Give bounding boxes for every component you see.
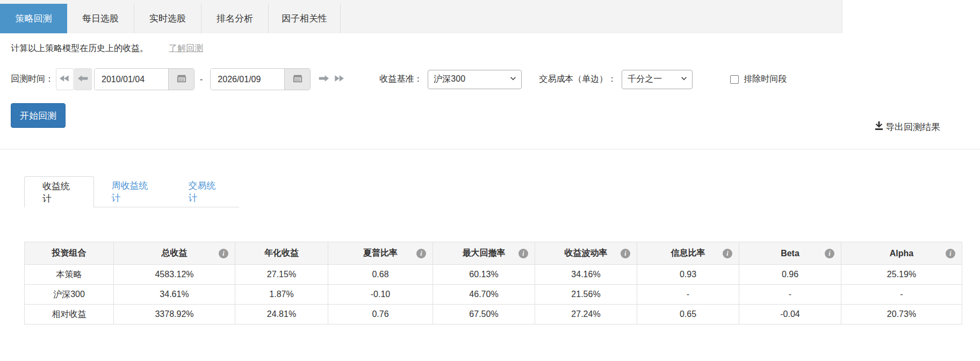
exclude-period-label: 排除时间段 (744, 74, 787, 85)
cost-label: 交易成本（单边）： (539, 74, 616, 85)
stats-header-label: Beta (781, 249, 799, 258)
stats-header-cell: 年化收益 (235, 242, 328, 265)
result-tab-1[interactable]: 周收益统计 (94, 176, 171, 207)
stats-header-cell: 信息比率i (637, 242, 739, 265)
end-date-input[interactable]: 2026/01/09 (211, 69, 284, 90)
result-tab-2[interactable]: 交易统计 (170, 176, 239, 207)
backtest-controls-row: 回测时间： 2010/01/04 - 2026/01/09 (11, 68, 787, 90)
download-icon (874, 120, 885, 134)
table-cell: 27.24% (535, 305, 637, 324)
run-backtest-button[interactable]: 开始回测 (11, 103, 66, 128)
backtest-time-label: 回测时间： (11, 74, 54, 85)
end-date-group: 2026/01/09 (210, 68, 311, 90)
main-tabbar: 策略回测每日选股实时选股排名分析因子相关性 (0, 0, 842, 33)
table-cell: - (637, 285, 739, 305)
benchmark-select[interactable]: 沪深300 (428, 70, 522, 89)
main-tab-0[interactable]: 策略回测 (0, 4, 67, 33)
table-cell: 0.65 (637, 305, 739, 324)
chevron-down-icon (680, 75, 688, 84)
start-date-calendar-button[interactable] (168, 69, 194, 90)
stats-header-label: 最大回撤率 (463, 248, 506, 257)
table-cell: -0.10 (328, 285, 433, 305)
stats-header-label: Alpha (890, 249, 913, 258)
result-tabbar: 收益统计周收益统计交易统计 (24, 176, 239, 207)
stats-header-row: 投资组合总收益i年化收益夏普比率i最大回撤率i收益波动率i信息比率iBetaiA… (25, 242, 962, 265)
info-icon[interactable]: i (621, 249, 630, 258)
stats-header-label: 年化收益 (264, 248, 299, 257)
stats-table: 投资组合总收益i年化收益夏普比率i最大回撤率i收益波动率i信息比率iBetaiA… (24, 242, 962, 324)
info-icon[interactable]: i (518, 249, 528, 258)
table-cell: 46.70% (433, 285, 535, 305)
main-tab-3[interactable]: 排名分析 (201, 4, 269, 33)
table-cell: 4583.12% (114, 265, 235, 285)
table-row: 本策略4583.12%27.15%0.6860.13%34.16%0.930.9… (25, 265, 962, 285)
cost-selected-value: 千分之一 (628, 74, 662, 85)
main-tab-2[interactable]: 实时选股 (134, 4, 201, 33)
stats-header-cell: Alphai (841, 242, 962, 265)
table-cell: 34.16% (535, 265, 637, 285)
left-arrow-icon (78, 74, 89, 85)
table-cell: 60.13% (433, 265, 535, 285)
chevron-down-icon (509, 75, 517, 84)
start-date-group: 2010/01/04 (94, 68, 194, 90)
description-text: 计算以上策略模型在历史上的收益。 (11, 43, 148, 54)
table-cell: 25.19% (841, 265, 962, 285)
export-results-link[interactable]: 导出回测结果 (874, 120, 940, 134)
learn-backtest-link[interactable]: 了解回测 (169, 43, 203, 54)
main-tab-1[interactable]: 每日选股 (67, 4, 134, 33)
stats-header-label: 信息比率 (671, 248, 705, 257)
backtest-page: 策略回测每日选股实时选股排名分析因子相关性 计算以上策略模型在历史上的收益。 了… (0, 0, 980, 361)
double-right-icon (333, 74, 344, 85)
step-back-button[interactable] (74, 68, 92, 90)
table-cell: 3378.92% (114, 305, 235, 324)
info-icon[interactable]: i (825, 249, 834, 258)
stats-table-head: 投资组合总收益i年化收益夏普比率i最大回撤率i收益波动率i信息比率iBetaiA… (25, 242, 962, 265)
main-tab-4[interactable]: 因子相关性 (269, 4, 341, 33)
table-cell: 27.15% (235, 265, 328, 285)
cost-select[interactable]: 千分之一 (622, 70, 693, 89)
table-cell: 20.73% (841, 305, 962, 324)
export-results-label: 导出回测结果 (885, 121, 940, 133)
result-tab-0[interactable]: 收益统计 (24, 176, 94, 207)
table-cell: 相对收益 (25, 305, 114, 324)
start-date-input[interactable]: 2010/01/04 (95, 69, 168, 90)
info-icon[interactable]: i (723, 249, 732, 258)
stats-header-cell: Betai (739, 242, 841, 265)
table-cell: 1.87% (235, 285, 328, 305)
double-left-icon (60, 74, 70, 85)
info-icon[interactable]: i (416, 249, 426, 258)
table-cell: 67.50% (433, 305, 535, 324)
info-icon[interactable]: i (219, 249, 228, 258)
jump-to-start-button[interactable] (56, 68, 74, 90)
table-cell: 21.56% (535, 285, 637, 305)
stats-header-cell: 夏普比率i (328, 242, 433, 265)
table-cell: - (841, 285, 962, 305)
stats-header-cell: 收益波动率i (535, 242, 637, 265)
stats-header-cell: 投资组合 (25, 242, 114, 265)
step-forward-button[interactable] (317, 68, 330, 90)
table-cell: 0.93 (637, 265, 739, 285)
right-arrow-icon (318, 74, 329, 85)
table-cell: - (739, 285, 841, 305)
table-cell: 34.61% (114, 285, 235, 305)
description-row: 计算以上策略模型在历史上的收益。 了解回测 (11, 43, 203, 54)
stats-header-label: 总收益 (162, 248, 188, 257)
jump-to-end-button[interactable] (332, 68, 345, 90)
table-cell: 0.68 (328, 265, 433, 285)
stats-header-cell: 总收益i (114, 242, 235, 265)
date-range-separator: - (200, 75, 203, 84)
info-icon[interactable]: i (946, 249, 955, 258)
end-date-calendar-button[interactable] (284, 69, 310, 90)
stats-header-cell: 最大回撤率i (433, 242, 535, 265)
stats-header-label: 收益波动率 (565, 248, 608, 257)
table-cell: 24.81% (235, 305, 328, 324)
calendar-icon (177, 74, 186, 85)
table-cell: 0.96 (739, 265, 841, 285)
table-cell: 本策略 (25, 265, 114, 285)
stats-header-label: 投资组合 (52, 248, 87, 257)
section-divider (0, 149, 980, 149)
benchmark-label: 收益基准： (379, 74, 422, 85)
benchmark-selected-value: 沪深300 (434, 74, 465, 85)
exclude-period-checkbox[interactable] (730, 75, 739, 84)
calendar-icon (293, 74, 302, 85)
